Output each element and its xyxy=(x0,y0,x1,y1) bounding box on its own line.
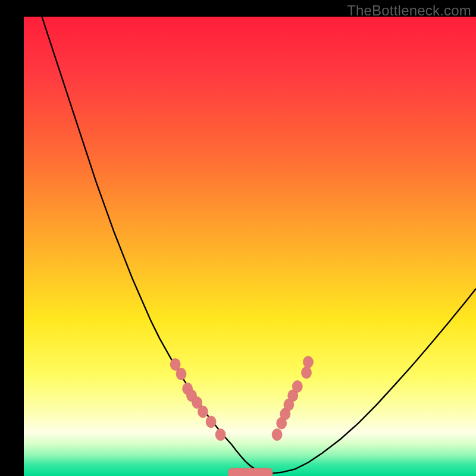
curve-marker xyxy=(272,429,282,441)
curve-marker xyxy=(215,429,226,441)
plot-area xyxy=(24,17,476,476)
curve-marker xyxy=(206,416,216,428)
curve-marker xyxy=(198,406,208,418)
watermark-text: TheBottleneck.com xyxy=(347,2,471,19)
bottleneck-curve xyxy=(42,17,476,473)
curve-marker xyxy=(292,381,302,393)
curve-marker xyxy=(176,368,186,380)
markers-right xyxy=(272,356,313,441)
curve-marker xyxy=(303,356,314,368)
chart-frame: TheBottleneck.com xyxy=(0,0,476,476)
flat-bottom-marker xyxy=(228,468,273,476)
chart-svg xyxy=(24,17,476,476)
curve-marker xyxy=(302,367,312,378)
